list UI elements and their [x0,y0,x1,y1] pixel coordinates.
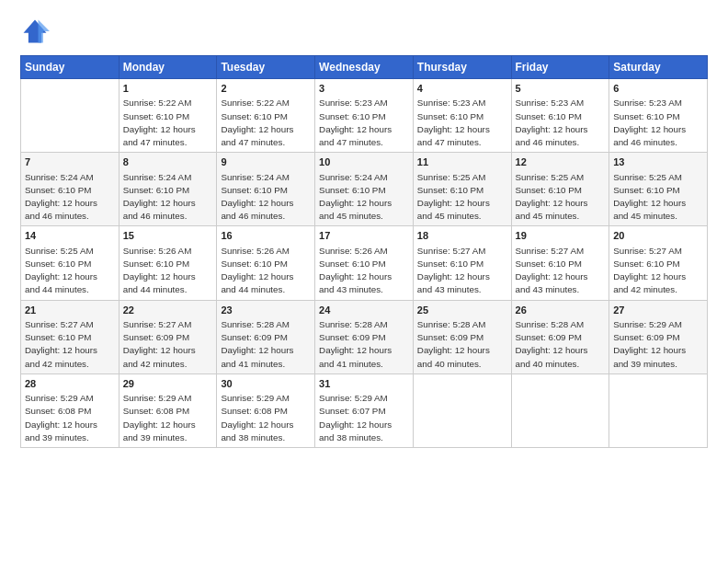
calendar-cell: 27Sunrise: 5:29 AM Sunset: 6:09 PM Dayli… [609,300,708,373]
day-info: Sunrise: 5:24 AM Sunset: 6:10 PM Dayligh… [25,171,115,224]
day-info: Sunrise: 5:28 AM Sunset: 6:09 PM Dayligh… [319,318,409,371]
day-info: Sunrise: 5:26 AM Sunset: 6:10 PM Dayligh… [221,245,311,297]
col-friday: Friday [511,56,609,79]
day-number: 16 [221,229,311,243]
day-info: Sunrise: 5:25 AM Sunset: 6:10 PM Dayligh… [25,245,115,297]
day-info: Sunrise: 5:29 AM Sunset: 6:07 PM Dayligh… [319,392,409,444]
logo [20,17,53,46]
day-number: 1 [123,82,213,96]
day-info: Sunrise: 5:23 AM Sunset: 6:10 PM Dayligh… [319,97,409,149]
calendar-table: SundayMondayTuesdayWednesdayThursdayFrid… [20,55,708,448]
day-number: 12 [516,155,606,169]
day-number: 22 [123,304,213,317]
calendar-cell: 26Sunrise: 5:28 AM Sunset: 6:09 PM Dayli… [511,300,609,373]
calendar-cell: 15Sunrise: 5:26 AM Sunset: 6:10 PM Dayli… [119,226,217,300]
calendar-cell: 8Sunrise: 5:24 AM Sunset: 6:10 PM Daylig… [119,153,217,226]
week-row-4: 21Sunrise: 5:27 AM Sunset: 6:10 PM Dayli… [21,300,708,373]
calendar-cell: 21Sunrise: 5:27 AM Sunset: 6:10 PM Dayli… [21,300,119,373]
day-info: Sunrise: 5:27 AM Sunset: 6:10 PM Dayligh… [516,245,606,297]
day-info: Sunrise: 5:28 AM Sunset: 6:09 PM Dayligh… [221,318,311,371]
day-info: Sunrise: 5:24 AM Sunset: 6:10 PM Dayligh… [319,171,409,224]
day-info: Sunrise: 5:23 AM Sunset: 6:10 PM Dayligh… [613,97,703,149]
calendar-cell: 3Sunrise: 5:23 AM Sunset: 6:10 PM Daylig… [315,79,414,153]
day-info: Sunrise: 5:22 AM Sunset: 6:10 PM Dayligh… [221,97,311,149]
day-info: Sunrise: 5:27 AM Sunset: 6:09 PM Dayligh… [123,318,213,371]
day-number: 8 [123,155,213,169]
day-number: 27 [613,304,703,317]
day-info: Sunrise: 5:29 AM Sunset: 6:09 PM Dayligh… [613,318,703,371]
col-tuesday: Tuesday [217,56,315,79]
day-number: 7 [25,155,115,169]
calendar-cell: 5Sunrise: 5:23 AM Sunset: 6:10 PM Daylig… [511,79,609,153]
day-info: Sunrise: 5:29 AM Sunset: 6:08 PM Dayligh… [25,392,115,444]
day-number: 20 [613,229,703,243]
calendar-cell: 1Sunrise: 5:22 AM Sunset: 6:10 PM Daylig… [119,79,217,153]
day-number: 10 [319,155,409,169]
day-number: 2 [221,82,311,96]
day-number: 13 [613,155,703,169]
week-row-3: 14Sunrise: 5:25 AM Sunset: 6:10 PM Dayli… [21,226,708,300]
calendar-cell: 30Sunrise: 5:29 AM Sunset: 6:08 PM Dayli… [217,373,315,447]
day-number: 30 [221,377,311,391]
day-info: Sunrise: 5:29 AM Sunset: 6:08 PM Dayligh… [123,392,213,444]
day-info: Sunrise: 5:28 AM Sunset: 6:09 PM Dayligh… [516,318,606,371]
day-info: Sunrise: 5:27 AM Sunset: 6:10 PM Dayligh… [613,245,703,297]
calendar-cell: 24Sunrise: 5:28 AM Sunset: 6:09 PM Dayli… [315,300,414,373]
day-number: 28 [25,377,115,391]
calendar-cell [413,373,511,447]
calendar-cell: 16Sunrise: 5:26 AM Sunset: 6:10 PM Dayli… [217,226,315,300]
col-thursday: Thursday [413,56,511,79]
day-number: 24 [319,304,409,317]
col-saturday: Saturday [609,56,708,79]
week-row-2: 7Sunrise: 5:24 AM Sunset: 6:10 PM Daylig… [21,153,708,226]
calendar-cell [21,79,119,153]
calendar-cell: 6Sunrise: 5:23 AM Sunset: 6:10 PM Daylig… [609,79,708,153]
calendar-cell: 11Sunrise: 5:25 AM Sunset: 6:10 PM Dayli… [413,153,511,226]
calendar-cell: 19Sunrise: 5:27 AM Sunset: 6:10 PM Dayli… [511,226,609,300]
day-info: Sunrise: 5:26 AM Sunset: 6:10 PM Dayligh… [319,245,409,297]
calendar-cell [609,373,708,447]
day-info: Sunrise: 5:22 AM Sunset: 6:10 PM Dayligh… [123,97,213,149]
calendar-cell: 12Sunrise: 5:25 AM Sunset: 6:10 PM Dayli… [511,153,609,226]
header [20,17,708,46]
col-sunday: Sunday [21,56,119,79]
day-info: Sunrise: 5:27 AM Sunset: 6:10 PM Dayligh… [25,318,115,371]
day-number: 18 [417,229,507,243]
day-number: 17 [319,229,409,243]
day-number: 23 [221,304,311,317]
calendar-cell: 7Sunrise: 5:24 AM Sunset: 6:10 PM Daylig… [21,153,119,226]
day-number: 21 [25,304,115,317]
header-row: SundayMondayTuesdayWednesdayThursdayFrid… [21,56,708,79]
day-number: 15 [123,229,213,243]
calendar-cell: 23Sunrise: 5:28 AM Sunset: 6:09 PM Dayli… [217,300,315,373]
day-info: Sunrise: 5:27 AM Sunset: 6:10 PM Dayligh… [417,245,507,297]
day-number: 31 [319,377,409,391]
day-info: Sunrise: 5:24 AM Sunset: 6:10 PM Dayligh… [123,171,213,224]
day-number: 5 [516,82,606,96]
day-info: Sunrise: 5:25 AM Sunset: 6:10 PM Dayligh… [417,171,507,224]
calendar-cell: 28Sunrise: 5:29 AM Sunset: 6:08 PM Dayli… [21,373,119,447]
day-number: 11 [417,155,507,169]
week-row-5: 28Sunrise: 5:29 AM Sunset: 6:08 PM Dayli… [21,373,708,447]
calendar-cell: 14Sunrise: 5:25 AM Sunset: 6:10 PM Dayli… [21,226,119,300]
day-number: 29 [123,377,213,391]
calendar-cell: 2Sunrise: 5:22 AM Sunset: 6:10 PM Daylig… [217,79,315,153]
day-number: 4 [417,82,507,96]
calendar-cell: 9Sunrise: 5:24 AM Sunset: 6:10 PM Daylig… [217,153,315,226]
day-number: 25 [417,304,507,317]
calendar-cell: 13Sunrise: 5:25 AM Sunset: 6:10 PM Dayli… [609,153,708,226]
calendar-cell: 29Sunrise: 5:29 AM Sunset: 6:08 PM Dayli… [119,373,217,447]
calendar-cell: 18Sunrise: 5:27 AM Sunset: 6:10 PM Dayli… [413,226,511,300]
day-number: 9 [221,155,311,169]
svg-marker-1 [39,20,50,43]
day-number: 26 [516,304,606,317]
day-info: Sunrise: 5:29 AM Sunset: 6:08 PM Dayligh… [221,392,311,444]
calendar-cell: 22Sunrise: 5:27 AM Sunset: 6:09 PM Dayli… [119,300,217,373]
day-number: 3 [319,82,409,96]
day-info: Sunrise: 5:28 AM Sunset: 6:09 PM Dayligh… [417,318,507,371]
logo-icon [20,17,50,46]
calendar-cell: 10Sunrise: 5:24 AM Sunset: 6:10 PM Dayli… [315,153,414,226]
day-info: Sunrise: 5:23 AM Sunset: 6:10 PM Dayligh… [417,97,507,149]
week-row-1: 1Sunrise: 5:22 AM Sunset: 6:10 PM Daylig… [21,79,708,153]
day-info: Sunrise: 5:26 AM Sunset: 6:10 PM Dayligh… [123,245,213,297]
